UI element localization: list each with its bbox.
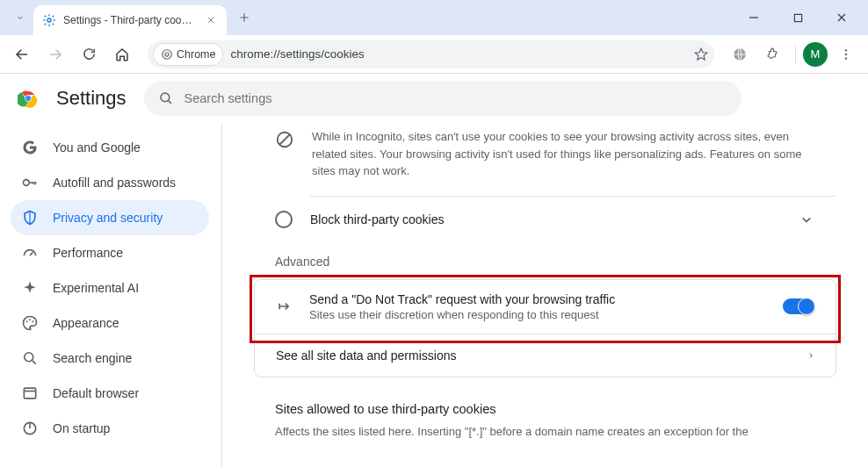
sidebar-item-label: Appearance <box>53 316 119 330</box>
tab-close-button[interactable] <box>204 13 218 27</box>
close-icon <box>206 16 215 25</box>
sidebar-item-label: You and Google <box>53 140 141 154</box>
sidebar-item-label: Search engine <box>53 351 132 365</box>
browser-icon <box>21 384 39 402</box>
palette-icon <box>21 314 39 332</box>
minimize-icon <box>749 12 759 23</box>
key-icon <box>21 174 39 191</box>
sidebar-item-label: Privacy and security <box>53 211 163 225</box>
chevron-down-icon <box>15 12 25 23</box>
sidebar-item-label: Experimental AI <box>53 281 139 295</box>
reload-button[interactable] <box>74 40 104 69</box>
home-icon <box>114 47 130 62</box>
advanced-section-label: Advanced <box>254 242 836 276</box>
sidebar-item-label: Default browser <box>53 386 139 400</box>
chrome-icon <box>161 48 173 61</box>
back-button[interactable] <box>7 40 37 69</box>
gear-icon <box>42 13 56 27</box>
svg-point-3 <box>165 52 169 55</box>
settings-sidebar: You and Google Autofill and passwords Pr… <box>0 123 221 467</box>
sidebar-item-search-engine[interactable]: Search engine <box>11 341 209 376</box>
privacy-globe-button[interactable] <box>725 40 755 69</box>
svg-point-14 <box>29 319 31 320</box>
arrow-left-icon <box>14 47 30 62</box>
globe-icon <box>732 47 748 62</box>
window-titlebar: Settings - Third-party cookies <box>0 0 868 35</box>
reload-icon <box>82 47 97 61</box>
search-icon <box>158 90 174 106</box>
window-minimize-button[interactable] <box>734 4 773 31</box>
power-icon <box>21 420 39 437</box>
extensions-button[interactable] <box>758 40 788 69</box>
dnt-title: Send a "Do Not Track" request with your … <box>309 292 767 306</box>
see-all-site-data-row[interactable]: See all site data and permissions <box>255 334 835 377</box>
do-not-track-row[interactable]: Send a "Do Not Track" request with your … <box>255 280 835 334</box>
browser-tab-active[interactable]: Settings - Third-party cookies <box>33 5 227 35</box>
svg-rect-17 <box>24 388 35 399</box>
radio-unchecked-icon[interactable] <box>275 211 293 228</box>
svg-point-16 <box>25 353 33 362</box>
sidebar-item-you-and-google[interactable]: You and Google <box>11 130 209 165</box>
chevron-down-icon[interactable] <box>798 211 815 228</box>
svg-point-15 <box>32 320 33 322</box>
chevron-right-icon <box>807 349 814 362</box>
bookmark-star-icon[interactable] <box>693 47 709 62</box>
sidebar-item-appearance[interactable]: Appearance <box>11 305 209 341</box>
window-close-button[interactable] <box>822 4 861 31</box>
sidebar-item-experimental-ai[interactable]: Experimental AI <box>11 270 209 305</box>
forward-button[interactable] <box>40 40 70 69</box>
sidebar-item-autofill[interactable]: Autofill and passwords <box>11 165 209 200</box>
svg-point-5 <box>845 49 847 51</box>
kebab-icon <box>839 47 853 61</box>
puzzle-icon <box>766 47 781 61</box>
sidebar-item-label: Performance <box>53 246 123 260</box>
shield-icon <box>21 209 39 226</box>
option-label: Block third-party cookies <box>310 212 780 226</box>
svg-point-0 <box>47 18 51 22</box>
page-title: Settings <box>56 87 127 110</box>
google-g-icon <box>21 139 39 156</box>
sidebar-item-label: On startup <box>53 421 110 435</box>
send-arrow-icon <box>276 298 293 315</box>
settings-search-input[interactable] <box>184 91 727 105</box>
site-info-chip[interactable]: Chrome <box>153 43 223 66</box>
block-icon <box>275 130 294 149</box>
block-third-party-option[interactable]: Block third-party cookies <box>254 197 836 242</box>
profile-avatar[interactable]: M <box>803 42 828 67</box>
dnt-toggle[interactable] <box>783 298 814 314</box>
menu-button[interactable] <box>831 40 861 69</box>
plus-icon <box>238 11 250 24</box>
sidebar-item-performance[interactable]: Performance <box>11 235 209 270</box>
allowed-sites-heading: Sites allowed to use third-party cookies <box>275 402 815 416</box>
address-bar[interactable]: Chrome chrome://settings/cookies <box>148 40 714 68</box>
advanced-card: Send a "Do Not Track" request with your … <box>254 279 836 377</box>
settings-content: While in Incognito, sites can't use your… <box>222 123 868 467</box>
arrow-right-icon <box>47 47 63 62</box>
site-info-label: Chrome <box>177 48 215 61</box>
svg-point-11 <box>161 93 170 102</box>
svg-point-7 <box>845 57 847 59</box>
window-maximize-button[interactable] <box>778 4 817 31</box>
settings-header: Settings <box>0 74 868 123</box>
new-tab-button[interactable] <box>232 5 257 30</box>
home-button[interactable] <box>107 40 137 69</box>
close-icon <box>836 12 847 23</box>
browser-toolbar: Chrome chrome://settings/cookies M <box>0 35 868 74</box>
svg-point-13 <box>26 320 28 322</box>
dnt-subtitle: Sites use their discretion when respondi… <box>309 308 767 321</box>
tab-title: Settings - Third-party cookies <box>63 14 197 26</box>
svg-point-6 <box>845 53 847 54</box>
tabs-dropdown-button[interactable] <box>7 4 33 31</box>
url-text: chrome://settings/cookies <box>230 47 364 61</box>
sparkle-icon <box>21 279 39 297</box>
see-all-label: See all site data and permissions <box>276 348 807 363</box>
speedometer-icon <box>21 244 39 262</box>
sidebar-item-default-browser[interactable]: Default browser <box>11 376 209 411</box>
settings-search-box[interactable] <box>144 81 741 116</box>
allowed-sites-desc: Affects the sites listed here. Inserting… <box>275 423 815 441</box>
sidebar-item-on-startup[interactable]: On startup <box>11 411 209 446</box>
incognito-info-text: While in Incognito, sites can't use your… <box>312 128 815 180</box>
svg-point-12 <box>24 180 30 186</box>
sidebar-item-privacy[interactable]: Privacy and security <box>11 200 209 235</box>
search-icon <box>21 349 39 367</box>
